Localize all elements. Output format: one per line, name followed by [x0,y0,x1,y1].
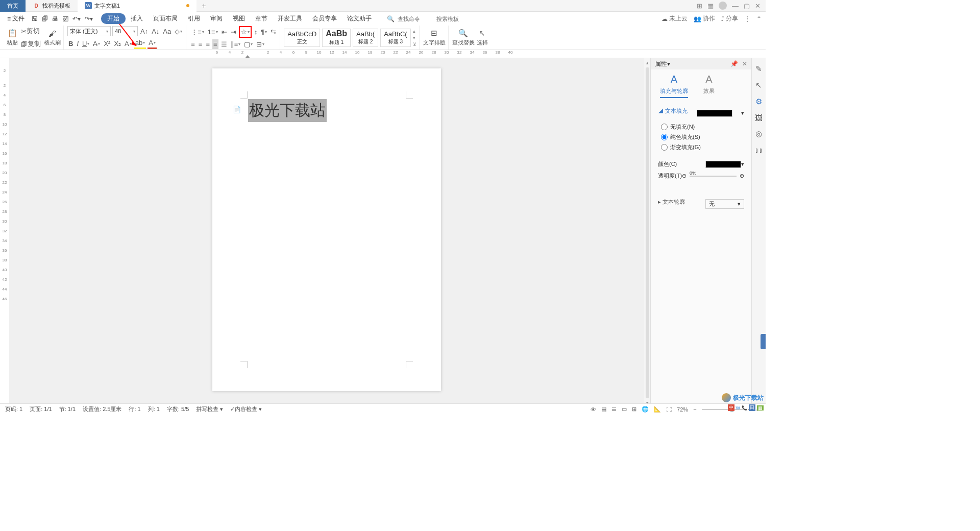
tab-button[interactable]: ⇆ [270,27,277,37]
status-chars[interactable]: 字数: 5/5 [167,405,189,413]
styles-down-arrow[interactable]: ▾ [413,35,416,40]
focus-icon[interactable]: ⛶ [666,406,672,413]
document-canvas[interactable]: 📄 极光下载站 [9,58,644,405]
copy-button[interactable]: 🗐复制 [20,38,42,50]
tab-dev-tools[interactable]: 开发工具 [273,13,307,25]
line-spacing-button[interactable]: ‖≡▾ [230,39,242,49]
show-marks-button[interactable]: ¶▾ [260,27,268,37]
tab-insert[interactable]: 插入 [126,13,148,25]
vertical-scrollbar[interactable]: ▴ ▾ [644,58,650,405]
layout-icon[interactable]: ⊞ [697,2,702,10]
status-section[interactable]: 节: 1/1 [59,405,76,413]
strikethrough-button[interactable]: A̶▾ [92,39,101,49]
radio-no-fill[interactable]: 无填充(N) [661,123,744,131]
increase-indent-button[interactable]: ⇥ [230,27,237,37]
clear-format-button[interactable]: ◇▾ [174,27,183,36]
styles-up-arrow[interactable]: ▴ [413,29,416,34]
target-icon[interactable]: ◎ [755,129,762,138]
sort-button[interactable]: ↕ [253,27,259,37]
save-icon[interactable]: 🖫 [32,15,38,22]
new-tab-button[interactable]: + [197,2,211,10]
text-layout-button[interactable]: ⊟文字排版 [423,29,446,46]
panel-collapse-handle[interactable] [761,334,766,349]
underline-button[interactable]: U▾ [81,39,90,49]
align-justify-button[interactable]: ≡ [212,39,218,49]
panel-tab-fill[interactable]: A 填充与轮廓 [660,74,688,98]
style-heading2[interactable]: AaBb(标题 2 [353,29,378,47]
tab-document[interactable]: W 文字文稿1 [78,0,197,12]
shrink-font-button[interactable]: A↓ [151,27,160,36]
tab-review[interactable]: 审阅 [205,13,228,25]
font-name-select[interactable]: 宋体 (正文)▾ [67,26,111,36]
minimize-button[interactable]: — [732,2,739,10]
print-preview-icon[interactable]: 🗟 [62,15,68,22]
redo-icon[interactable]: ↷▾ [85,15,93,22]
radio-gradient-fill[interactable]: 渐变填充(G) [661,143,744,151]
command-search[interactable]: 🔍 [387,15,472,22]
save-as-icon[interactable]: 🗐 [42,15,48,22]
close-button[interactable]: ✕ [755,2,761,10]
status-col[interactable]: 列: 1 [148,405,160,413]
file-menu[interactable]: ≡ 文件 [4,14,28,23]
zoom-out-button[interactable]: − [693,406,696,413]
ruler-icon[interactable]: 📐 [654,406,661,413]
tab-home[interactable]: 首页 [0,0,26,12]
tab-template[interactable]: D 找稻壳模板 [26,0,78,12]
subscript-button[interactable]: X₂ [113,39,122,49]
text-effects-button[interactable]: A▾ [124,39,133,49]
scrollbar-thumb[interactable] [646,67,649,398]
status-indent[interactable]: 设置值: 2.5厘米 [83,405,121,413]
panel-tab-effect[interactable]: A 效果 [703,74,715,98]
undo-icon[interactable]: ↶▾ [72,15,81,22]
status-row[interactable]: 行: 1 [129,405,140,413]
italic-button[interactable]: I [76,39,80,49]
style-heading3[interactable]: AaBbC(标题 3 [380,29,411,47]
paragraph-handle-icon[interactable]: 📄 [233,106,241,113]
tab-thesis[interactable]: 论文助手 [342,13,377,25]
tab-references[interactable]: 引用 [183,13,205,25]
search-cmd-input[interactable] [398,16,433,22]
pointer-icon[interactable]: ↖ [755,81,762,90]
color-picker[interactable] [705,161,741,168]
zoom-value[interactable]: 72% [677,406,688,413]
format-painter-button[interactable]: 🖌 格式刷 [44,29,61,46]
page[interactable]: 📄 极光下载站 [212,68,441,391]
pin-icon[interactable]: 📌 [730,60,738,67]
globe-icon[interactable]: 🌐 [642,406,649,413]
align-left-button[interactable]: ≡ [190,39,196,49]
user-avatar-icon[interactable] [719,2,727,10]
grid-icon[interactable]: ▦ [707,2,714,10]
collapse-ribbon-icon[interactable]: ⌃ [756,15,762,22]
maximize-button[interactable]: ▢ [744,2,750,10]
find-replace-button[interactable]: 🔍查找替换 [452,29,475,46]
more-icon[interactable]: ⋮ [744,15,750,22]
status-page-no[interactable]: 页码: 1 [5,405,22,413]
align-right-button[interactable]: ≡ [205,39,211,49]
opacity-minus[interactable]: ⊖ [682,173,687,179]
tab-page-layout[interactable]: 页面布局 [148,13,183,25]
style-heading1[interactable]: AaBb标题 1 [322,29,351,47]
cut-button[interactable]: ✂剪切 [20,26,42,37]
print-icon[interactable]: 🖶 [52,15,58,22]
opacity-plus[interactable]: ⊕ [740,173,744,179]
tab-view[interactable]: 视图 [228,13,250,25]
font-color-button[interactable]: A▾ [148,38,157,49]
bullets-button[interactable]: ⋮≡▾ [190,27,205,37]
search-template-input[interactable] [436,16,472,22]
status-page[interactable]: 页面: 1/1 [30,405,52,413]
ruler-horizontal[interactable]: 642 246810121416182022242628303234363840 [0,50,766,58]
outline-select[interactable]: 无▾ [705,199,744,209]
tab-start[interactable]: 开始 [101,13,126,24]
settings-slider-icon[interactable]: ⚙ [755,97,762,106]
scroll-up-icon[interactable]: ▴ [646,60,649,65]
superscript-button[interactable]: X² [103,39,111,49]
radio-solid-fill[interactable]: 纯色填充(S) [661,133,744,141]
close-panel-icon[interactable]: ✕ [742,60,747,67]
ruler-vertical[interactable]: 2246810121416182022242628303234363840424… [0,58,9,405]
distribute-button[interactable]: ☰ [220,39,228,49]
image-icon[interactable]: 🖼 [755,113,763,122]
share-button[interactable]: ⤴分享 [721,14,738,23]
grow-font-button[interactable]: A↑ [139,27,149,36]
fill-section-title[interactable]: ◢ 文本填充 [658,107,688,115]
view-web-icon[interactable]: ⊞ [632,406,636,413]
